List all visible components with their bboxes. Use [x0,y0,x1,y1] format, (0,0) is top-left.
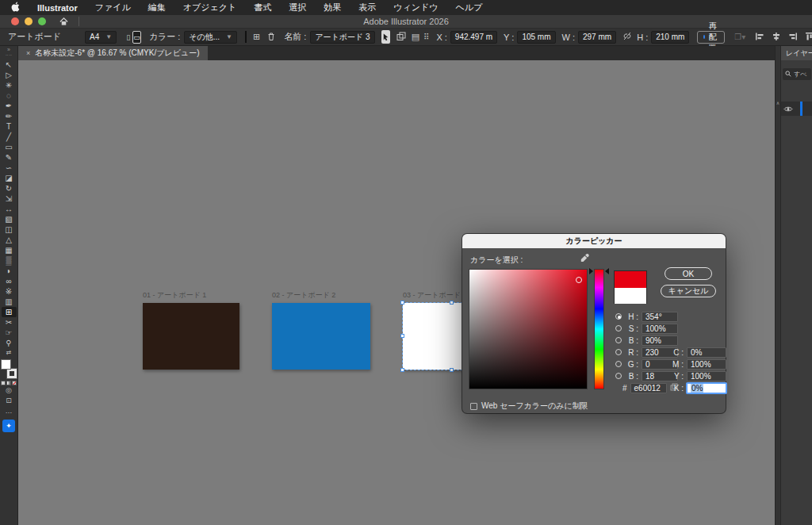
tool-direct-selection[interactable]: ▷ [2,70,17,80]
menu-item-type[interactable]: 書式 [254,2,271,13]
tool-rotate[interactable]: ↻ [2,183,17,194]
close-tab-icon[interactable]: × [26,49,30,57]
ok-button[interactable]: OK [665,267,712,280]
tool-free-transform[interactable]: ▧ [2,214,17,224]
menu-item-edit[interactable]: 編集 [148,2,166,13]
home-icon[interactable] [59,17,69,26]
menu-item-window[interactable]: ウィンドウ [393,2,438,13]
tool-blend[interactable]: ∞ [2,276,17,286]
tool-hand[interactable]: ☞ [2,328,17,338]
tool-type[interactable]: T [2,121,17,132]
selection-handle[interactable] [450,368,454,372]
tool-line-segment[interactable]: ╱ [2,132,17,142]
tool-slice[interactable]: ✂ [2,317,17,328]
selection-handle[interactable] [400,301,404,305]
tab-layers[interactable]: レイヤー [781,46,812,60]
edit-toolbar-button[interactable]: ✦ [2,420,15,432]
screen-mode-icon[interactable]: ⊡ [6,396,12,406]
stroke-swatch[interactable] [7,369,17,378]
selection-handle[interactable] [400,368,404,372]
tool-zoom[interactable]: ⚲ [2,338,17,348]
y-input[interactable]: 100% [687,371,726,381]
tool-rectangle[interactable]: ▭ [2,142,17,152]
hue-slider-arrow-right[interactable] [605,268,609,274]
layers-search-input[interactable]: すべ [783,68,811,80]
align-center-icon[interactable] [772,32,781,43]
h-input[interactable]: 354° [642,312,678,322]
cancel-button[interactable]: キャンセル [661,285,716,297]
artboard-2-label[interactable]: 02 - アートボード 2 [272,290,335,301]
artboard-preset-select[interactable]: A4▼ [85,31,117,44]
color-mode-icon[interactable] [1,381,6,385]
portrait-orientation-button[interactable]: ▯ [126,31,130,44]
b2-radio[interactable] [615,373,622,379]
apple-menu-icon[interactable] [11,2,20,13]
r-radio[interactable] [615,349,622,355]
artboard-2[interactable] [272,303,370,370]
artboard-1[interactable] [143,303,239,370]
tool-shape-builder[interactable]: ◫ [2,224,17,235]
b-input[interactable]: 90% [642,335,678,346]
menu-item-file[interactable]: ファイル [95,2,131,13]
menu-item-effect[interactable]: 効果 [324,2,341,13]
selection-handle[interactable] [400,334,404,338]
reference-point-icon[interactable]: ⠿ [423,33,429,41]
layer-row[interactable] [781,102,812,116]
artboard-options-icon[interactable]: ▤ [412,32,419,42]
s-input[interactable]: 100% [642,324,678,334]
selection-handle[interactable] [450,301,454,305]
color-field-cursor[interactable] [576,277,582,283]
g-radio[interactable] [615,361,622,367]
tool-artboard[interactable]: ⊞ [2,307,17,317]
h-radio[interactable] [615,313,622,320]
none-color-swatch[interactable] [245,31,247,43]
fill-stroke-control[interactable] [1,359,17,378]
toolbar-grip-icon[interactable]: ⠒⠒ [6,54,13,59]
none-mode-icon[interactable] [12,381,17,385]
menu-item-illustrator[interactable]: Illustrator [37,3,78,13]
tool-symbol-sprayer[interactable]: ※ [2,286,17,297]
link-dimensions-icon[interactable] [622,32,633,42]
menu-item-view[interactable]: 表示 [358,2,376,13]
close-window-button[interactable] [11,17,19,25]
tool-gradient[interactable]: ▒ [2,255,17,266]
gradient-mode-icon[interactable] [6,381,11,385]
tool-magic-wand[interactable]: ✳ [2,80,17,90]
copy-artboard-icon[interactable] [396,32,406,43]
websafe-checkbox[interactable] [470,403,477,410]
visibility-eye-icon[interactable] [783,102,793,116]
collapse-panel-icon[interactable]: ∧ [776,100,779,525]
hue-slider[interactable] [594,269,604,389]
y-input[interactable]: 105 mm [517,31,555,44]
tool-scale[interactable]: ⇲ [2,194,17,204]
canvas[interactable]: 01 - アートボード 1 02 - アートボード 2 03 - アートボード … [18,60,775,525]
new-artboard-icon[interactable]: ⊞ [253,32,260,42]
tool-eyedropper[interactable]: ◗ [2,266,17,276]
delete-artboard-icon[interactable] [266,32,276,43]
eyedropper-icon[interactable] [580,253,590,265]
hue-slider-arrow-left[interactable] [589,268,593,274]
tool-eraser[interactable]: ◪ [2,173,17,183]
more-tools-icon[interactable]: … [6,406,13,416]
dialog-title-bar[interactable]: カラーピッカー [462,234,726,248]
landscape-orientation-button[interactable]: ▭ [132,31,141,44]
move-artwork-toggle[interactable] [381,30,390,44]
saturation-brightness-field[interactable] [469,269,588,389]
hex-input[interactable]: e60012 [630,383,667,393]
b-radio[interactable] [615,337,622,343]
zoom-window-button[interactable] [38,17,46,25]
tool-shaper[interactable]: ∽ [2,163,17,173]
x-input[interactable]: 942.497 m [450,31,497,44]
align-top-icon[interactable] [805,32,812,43]
w-input[interactable]: 297 mm [578,31,616,44]
tool-lasso[interactable]: ◌ [2,90,17,101]
color-select[interactable]: その他...▼ [184,31,237,44]
tool-selection[interactable]: ↖ [2,59,17,70]
tool-mesh[interactable]: ▦ [2,245,17,255]
menu-item-object[interactable]: オブジェクト [183,2,237,13]
tool-perspective-grid[interactable]: △ [2,235,17,245]
tool-pen[interactable]: ✒ [2,101,17,111]
fill-swatch[interactable] [1,359,11,370]
s-radio[interactable] [615,325,622,331]
artboard-1-label[interactable]: 01 - アートボード 1 [143,290,206,301]
